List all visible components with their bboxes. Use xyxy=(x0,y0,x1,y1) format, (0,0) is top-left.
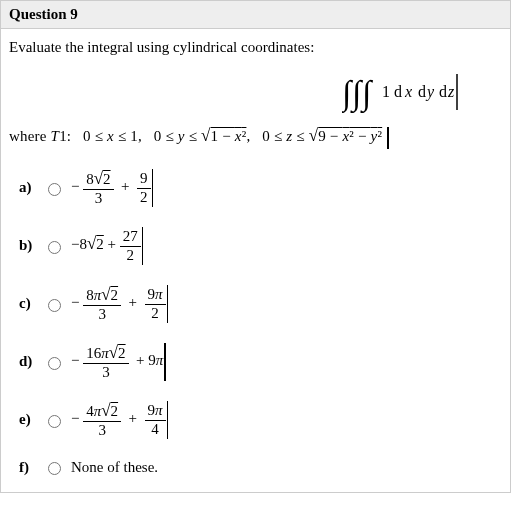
question-prompt: Evaluate the integral using cylindrical … xyxy=(9,39,502,56)
option-label: d) xyxy=(19,353,43,370)
option-expression: −8√2 + 272 xyxy=(71,229,141,263)
option-e[interactable]: e) − 4π√23 + 9π4 xyxy=(19,401,502,439)
option-label: c) xyxy=(19,295,43,312)
option-b[interactable]: b) −8√2 + 272 xyxy=(19,227,502,265)
svg-text:x: x xyxy=(404,83,412,100)
where-label: where xyxy=(9,128,51,144)
option-expression: − 8√23 + 92 xyxy=(71,170,151,206)
option-label: b) xyxy=(19,237,43,254)
option-label: e) xyxy=(19,411,43,428)
option-radio[interactable] xyxy=(48,241,61,254)
cursor-icon xyxy=(152,169,154,207)
options-list: a) − 8√23 + 92 b) −8√2 + 272 c) − 8π√23 xyxy=(19,169,502,476)
bounds-y: 0 ≤ y ≤ √1 − x², xyxy=(154,128,258,144)
region-name: T xyxy=(51,128,60,144)
option-text: None of these. xyxy=(71,459,158,476)
svg-text:1 d: 1 d xyxy=(382,83,402,100)
svg-text:d: d xyxy=(439,83,447,100)
integral-expression: ∫ ∫ ∫ 1 d x d y d z xyxy=(9,70,502,114)
cursor-icon xyxy=(387,127,389,149)
question-body: Evaluate the integral using cylindrical … xyxy=(0,29,511,493)
option-radio[interactable] xyxy=(48,299,61,312)
option-f[interactable]: f) None of these. xyxy=(19,459,502,476)
option-radio[interactable] xyxy=(48,357,61,370)
cursor-icon xyxy=(142,227,144,265)
option-radio[interactable] xyxy=(48,462,61,475)
option-label: f) xyxy=(19,459,43,476)
option-radio[interactable] xyxy=(48,183,61,196)
option-expression: − 8π√23 + 9π2 xyxy=(71,286,166,322)
cursor-icon xyxy=(164,343,166,381)
bounds-z: 0 ≤ z ≤ √9 − x² − y² xyxy=(262,128,382,144)
cursor-icon xyxy=(167,285,169,323)
option-a[interactable]: a) − 8√23 + 92 xyxy=(19,169,502,207)
svg-text:∫: ∫ xyxy=(360,74,374,114)
option-radio[interactable] xyxy=(48,415,61,428)
cursor-icon xyxy=(167,401,169,439)
question-number: Question 9 xyxy=(9,6,78,22)
option-expression: − 4π√23 + 9π4 xyxy=(71,402,166,438)
bounds-x: 0 ≤ x ≤ 1, xyxy=(83,128,150,144)
region-definition: where T1: 0 ≤ x ≤ 1, 0 ≤ y ≤ √1 − x², 0 … xyxy=(9,126,502,149)
option-c[interactable]: c) − 8π√23 + 9π2 xyxy=(19,285,502,323)
svg-text:z: z xyxy=(447,83,455,100)
question-header: Question 9 xyxy=(0,0,511,29)
option-label: a) xyxy=(19,179,43,196)
svg-text:y: y xyxy=(425,83,435,101)
svg-text:d: d xyxy=(418,83,426,100)
option-expression: − 16π√23 + 9π xyxy=(71,344,163,380)
option-d[interactable]: d) − 16π√23 + 9π xyxy=(19,343,502,381)
